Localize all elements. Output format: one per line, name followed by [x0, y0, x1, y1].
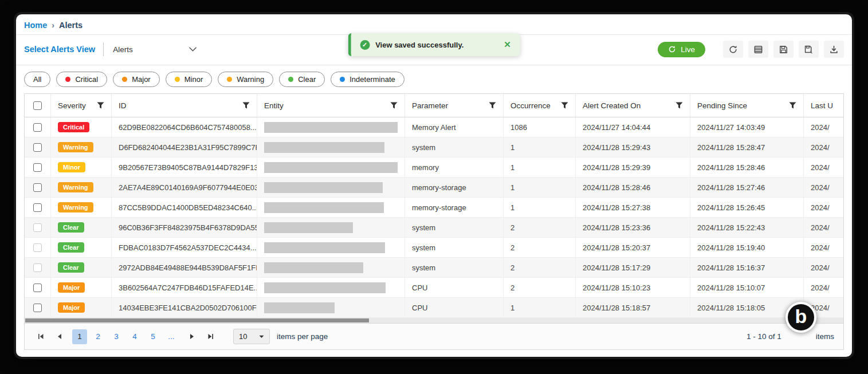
column-label: ID	[119, 101, 127, 110]
severity-cell: Critical	[51, 117, 112, 137]
horizontal-scrollbar-thumb[interactable]	[25, 318, 369, 322]
page-ellipsis[interactable]: ...	[164, 329, 179, 344]
row-checkbox[interactable]	[33, 304, 42, 312]
alerts-view-dropdown[interactable]: Alerts	[112, 44, 198, 56]
save-view-button[interactable]	[773, 41, 794, 58]
breadcrumb: Home › Alerts	[16, 14, 852, 35]
severity-filter-chip[interactable]: All	[24, 72, 50, 87]
prev-page-button[interactable]	[52, 329, 66, 344]
page-size-dropdown[interactable]: 10	[233, 329, 270, 344]
occurrence: 2	[504, 258, 576, 277]
page-number[interactable]: 5	[146, 329, 160, 344]
table-row[interactable]: Critical 62D9BE0822064CD6B604C757480058.…	[25, 117, 843, 137]
row-checkbox[interactable]	[33, 284, 42, 292]
horizontal-scrollbar-track[interactable]	[25, 318, 843, 323]
filter-icon[interactable]	[390, 102, 398, 109]
overlay-b-logo[interactable]: b	[785, 302, 816, 333]
column-header-parameter: Parameter	[405, 94, 504, 117]
table-row[interactable]: Clear 2972ADB84E49488E944B539D8AF5F1FF s…	[25, 258, 843, 278]
sync-icon	[668, 45, 676, 53]
table-row[interactable]: Clear 96C0B36F3FF84823975B4F6378D9DA55 s…	[25, 218, 843, 238]
grid-body: Critical 62D9BE0822064CD6B604C757480058.…	[25, 117, 843, 318]
row-checkbox[interactable]	[33, 183, 42, 192]
row-checkbox[interactable]	[33, 203, 42, 212]
pending-since: 2024/11/27 14:03:49	[690, 117, 804, 137]
filter-icon[interactable]	[242, 102, 250, 109]
row-checkbox[interactable]	[33, 123, 42, 132]
table-row[interactable]: Clear FDBAC0183D7F4562A537DEC2C4434... s…	[25, 238, 843, 258]
page-number[interactable]: 2	[91, 329, 105, 344]
table-row[interactable]: Major 14034EBE3FE141CBA2D0502D706100F7 C…	[25, 298, 843, 318]
parameter: system	[405, 238, 504, 257]
severity-dot-icon	[288, 77, 293, 82]
severity-cell: Major	[51, 298, 112, 317]
last-updated: 2024/	[804, 178, 843, 197]
live-button[interactable]: Live	[658, 42, 705, 57]
severity-filter-chip[interactable]: Indeterminate	[331, 72, 404, 87]
severity-filter-chip[interactable]: Clear	[279, 72, 325, 87]
save-view-as-button[interactable]	[799, 41, 819, 58]
severity-cell: Clear	[51, 238, 112, 257]
filter-icon[interactable]	[97, 102, 104, 109]
entity-redacted-block	[264, 282, 386, 293]
pending-since: 2024/11/28 15:27:46	[690, 178, 804, 197]
filter-icon[interactable]	[489, 102, 496, 109]
severity-filter-chip[interactable]: Critical	[56, 72, 107, 87]
chip-label: All	[33, 75, 41, 84]
alerts-grid: Severity ID Entity Parameter Occurrence	[24, 93, 844, 350]
live-label: Live	[681, 45, 695, 54]
pager: 12345... 10 items per page 1 - 10 of 1 i…	[25, 323, 843, 349]
row-checkbox[interactable]	[33, 163, 42, 172]
pending-since: 2024/11/28 15:26:45	[690, 198, 804, 217]
severity-filter-chip[interactable]: Warning	[218, 72, 273, 87]
entity-cell	[257, 198, 405, 217]
column-header-alert-created-on: Alert Created On	[576, 94, 690, 117]
entity-redacted-block	[264, 122, 398, 133]
column-label: Last U	[811, 101, 833, 110]
severity-filter-bar: All Critical Major Minor Warning Clear I…	[16, 65, 852, 93]
page-number[interactable]: 4	[127, 329, 142, 344]
row-checkbox	[33, 263, 42, 272]
severity-filter-chip[interactable]: Minor	[166, 72, 213, 87]
alert-id: 2AE7A4E89C0140169A9F6077944E0E03	[112, 178, 257, 197]
filter-icon[interactable]	[561, 102, 568, 109]
chevron-down-icon	[189, 47, 197, 52]
export-button[interactable]	[824, 41, 844, 58]
breadcrumb-home-link[interactable]: Home	[24, 21, 47, 30]
columns-button[interactable]	[748, 41, 768, 58]
row-checkbox[interactable]	[33, 143, 42, 152]
refresh-button[interactable]	[723, 41, 743, 58]
alert-created-on: 2024/11/28 15:20:37	[576, 238, 690, 257]
severity-filter-chip[interactable]: Major	[113, 72, 160, 87]
table-row[interactable]: Warning 87CC5B9DDAC1400DB5ED48234C640...…	[25, 198, 843, 218]
alert-created-on: 2024/11/27 14:04:44	[576, 117, 690, 137]
entity-cell	[257, 178, 405, 197]
page-number[interactable]: 3	[109, 329, 124, 344]
entity-redacted-block	[264, 302, 335, 313]
parameter: CPU	[405, 278, 504, 297]
next-page-icon	[190, 333, 195, 340]
column-header-last-updated: Last U	[804, 94, 843, 117]
alert-created-on: 2024/11/28 15:27:38	[576, 198, 690, 217]
column-header-pending-since: Pending Since	[690, 94, 804, 117]
severity-badge: Major	[58, 302, 85, 313]
entity-cell	[257, 238, 405, 257]
table-row[interactable]: Warning 2AE7A4E89C0140169A9F6077944E0E03…	[25, 178, 843, 198]
alert-id: 14034EBE3FE141CBA2D0502D706100F7	[112, 298, 257, 317]
pending-since: 2024/11/28 15:22:43	[690, 218, 804, 237]
select-all-checkbox[interactable]	[33, 101, 42, 110]
chip-label: Warning	[237, 75, 264, 84]
chevron-down-icon	[259, 335, 264, 338]
severity-badge: Clear	[58, 242, 84, 253]
refresh-icon	[728, 45, 738, 54]
filter-icon[interactable]	[675, 102, 683, 109]
table-row[interactable]: Minor 9B20567E73B9405C87BA9144D7829F13 m…	[25, 158, 843, 178]
next-page-button[interactable]	[184, 329, 199, 344]
filter-icon[interactable]	[789, 102, 796, 109]
page-number[interactable]: 1	[72, 329, 87, 344]
last-page-button[interactable]	[203, 329, 218, 344]
toast-close-button[interactable]: ✕	[504, 40, 511, 50]
table-row[interactable]: Major 3B602564A7C247FDB46D15FAFED14E... …	[25, 278, 843, 298]
table-row[interactable]: Warning D6FD682404044E23B1A31F95C7899C7F…	[25, 137, 843, 158]
first-page-button[interactable]	[33, 329, 48, 344]
